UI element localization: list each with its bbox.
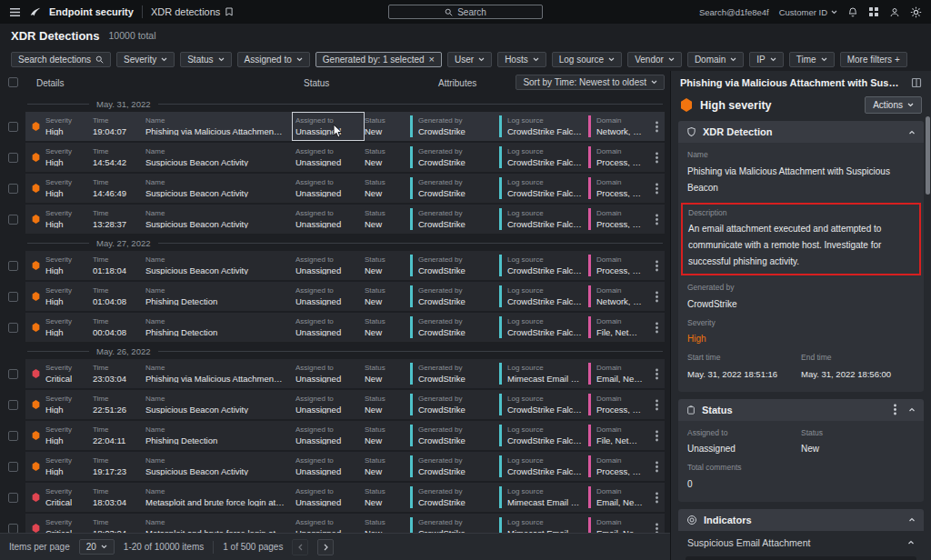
row-menu-kebab-icon[interactable] [648, 205, 665, 234]
status-value: New [365, 189, 410, 198]
panel-scrollbar[interactable] [926, 116, 930, 195]
row-checkbox[interactable] [8, 153, 18, 163]
detection-row[interactable]: Severity High Time 14:54:42 Name Suspici… [25, 143, 665, 172]
detection-row[interactable]: Severity High Time 22:04:11 Name Phishin… [25, 421, 665, 450]
detection-row[interactable]: Severity High Time 13:28:37 Name Suspici… [25, 205, 665, 234]
row-menu-kebab-icon[interactable] [648, 143, 665, 172]
row-checkbox[interactable] [8, 323, 18, 333]
row-checkbox[interactable] [8, 122, 18, 132]
detection-row[interactable]: Severity High Time 01:18:04 Name Suspici… [25, 251, 665, 280]
chevron-up-icon[interactable] [908, 517, 916, 522]
cell-label: Time [93, 179, 145, 186]
apps-grid-icon[interactable] [868, 6, 879, 17]
row-checkbox[interactable] [8, 261, 18, 271]
cell-label: Generated by [418, 318, 494, 325]
severity-value: High [45, 189, 72, 198]
domain-value: Process, Ne... [596, 405, 643, 415]
chevron-up-icon[interactable] [907, 540, 915, 545]
customer-id-dropdown[interactable]: Customer ID [779, 7, 837, 17]
chevron-down-icon [608, 57, 615, 62]
row-checkbox[interactable] [8, 400, 18, 410]
row-checkbox[interactable] [8, 462, 18, 472]
row-menu-kebab-icon[interactable] [648, 483, 665, 512]
detection-row[interactable]: Severity Critical Time 23:03:04 Name Phi… [25, 359, 665, 388]
field-value: May. 31, 2022 18:51:16 [687, 369, 777, 379]
previous-page-button[interactable] [292, 539, 308, 555]
detection-row-line: Severity High Time 13:28:37 Name Suspici… [0, 205, 670, 234]
chevron-up-icon[interactable] [908, 130, 916, 135]
domain-value: Network, E... [596, 297, 643, 306]
filter-chip-status[interactable]: Status [180, 52, 231, 67]
hamburger-menu-icon[interactable] [9, 7, 21, 17]
detection-row[interactable]: Severity Critical Time 18:03:04 Name Met… [25, 483, 665, 512]
settings-gear-icon[interactable] [910, 6, 922, 18]
row-menu-kebab-icon[interactable] [648, 452, 665, 481]
section-header[interactable]: XDR Detection [678, 121, 924, 143]
row-checkbox[interactable] [8, 369, 18, 379]
row-menu-kebab-icon[interactable] [648, 359, 665, 388]
filter-chip-assigned-to[interactable]: Assigned to [237, 52, 310, 67]
user-icon[interactable] [889, 6, 900, 18]
detection-row[interactable]: Severity High Time 14:46:49 Name Suspici… [25, 174, 665, 203]
status-value: New [365, 328, 410, 337]
filter-chip-domain[interactable]: Domain [687, 52, 744, 67]
row-checkbox[interactable] [8, 431, 18, 441]
filter-chip-time[interactable]: Time [789, 52, 835, 67]
main-area: Details Status Attributes Sort by Time: … [0, 71, 931, 560]
clipboard-icon [686, 405, 696, 415]
row-checkbox[interactable] [8, 215, 18, 225]
severity-value: High [45, 158, 72, 167]
global-search-input[interactable]: Search [388, 5, 543, 19]
items-per-page-select[interactable]: 20 [79, 539, 115, 555]
row-checkbox[interactable] [8, 524, 18, 534]
detection-row[interactable]: Severity High Time 22:51:26 Name Suspici… [25, 390, 665, 419]
row-menu-kebab-icon[interactable] [648, 112, 665, 141]
severity-indicator [32, 323, 40, 332]
domain-value: Email, Netw... [596, 498, 643, 507]
detection-row[interactable]: Severity High Time 19:04:07 Name Phishin… [25, 112, 665, 141]
section-header[interactable]: Indicators [678, 509, 924, 531]
remove-filter-icon[interactable]: × [429, 55, 435, 65]
expand-panel-icon[interactable] [911, 77, 922, 88]
notifications-bell-icon[interactable] [847, 6, 858, 18]
nav-tab-xdr-detections[interactable]: XDR detections [151, 6, 233, 17]
chevron-up-icon[interactable] [908, 407, 916, 412]
row-menu-kebab-icon[interactable] [648, 282, 665, 311]
filter-chip-vendor[interactable]: Vendor [627, 52, 682, 67]
detection-row[interactable]: Severity Critical Time 18:03:04 Name Met… [25, 514, 665, 533]
sort-dropdown[interactable]: Sort by Time: Newest to oldest [516, 75, 665, 90]
detection-row[interactable]: Severity High Time 01:04:08 Name Phishin… [25, 282, 665, 311]
falcon-logo-icon[interactable] [29, 6, 41, 18]
app-root: Endpoint security XDR detections Search … [0, 0, 931, 560]
row-menu-kebab-icon[interactable] [648, 514, 665, 533]
more-filters-button[interactable]: More filters + [840, 52, 907, 67]
actions-dropdown[interactable]: Actions [865, 96, 922, 114]
row-checkbox-cell [0, 205, 25, 234]
severity-indicator [32, 215, 40, 224]
detection-row[interactable]: Severity High Time 00:04:08 Name Phishin… [25, 313, 665, 342]
filter-chip-generated-by[interactable]: Generated by: 1 selected× [315, 52, 442, 67]
detection-row[interactable]: Severity High Time 19:17:23 Name Suspici… [25, 452, 665, 481]
cell-label: Log source [507, 519, 583, 526]
row-menu-kebab-icon[interactable] [648, 390, 665, 419]
row-menu-kebab-icon[interactable] [648, 313, 665, 342]
filter-chip-user[interactable]: User [447, 52, 492, 67]
next-page-button[interactable] [317, 539, 334, 555]
row-menu-kebab-icon[interactable] [648, 251, 665, 280]
section-header[interactable]: Status [678, 399, 924, 421]
row-checkbox[interactable] [8, 292, 18, 302]
row-checkbox[interactable] [8, 493, 18, 503]
select-all-checkbox[interactable] [8, 77, 18, 87]
filter-chip-hosts[interactable]: Hosts [497, 52, 546, 67]
filter-chip-log-source[interactable]: Log source [552, 52, 622, 67]
row-menu-kebab-icon[interactable] [648, 421, 665, 450]
cell-label: Severity [45, 519, 72, 526]
search-detections-input[interactable]: Search detections [11, 52, 111, 67]
row-checkbox[interactable] [8, 184, 18, 194]
indicator-subsection-header[interactable]: Suspicious Email Attachment [678, 531, 924, 555]
bookmark-icon[interactable] [225, 7, 233, 16]
kebab-menu-icon[interactable] [894, 404, 896, 415]
row-menu-kebab-icon[interactable] [648, 174, 665, 203]
filter-chip-ip[interactable]: IP [749, 52, 783, 67]
filter-chip-severity[interactable]: Severity [116, 52, 175, 67]
